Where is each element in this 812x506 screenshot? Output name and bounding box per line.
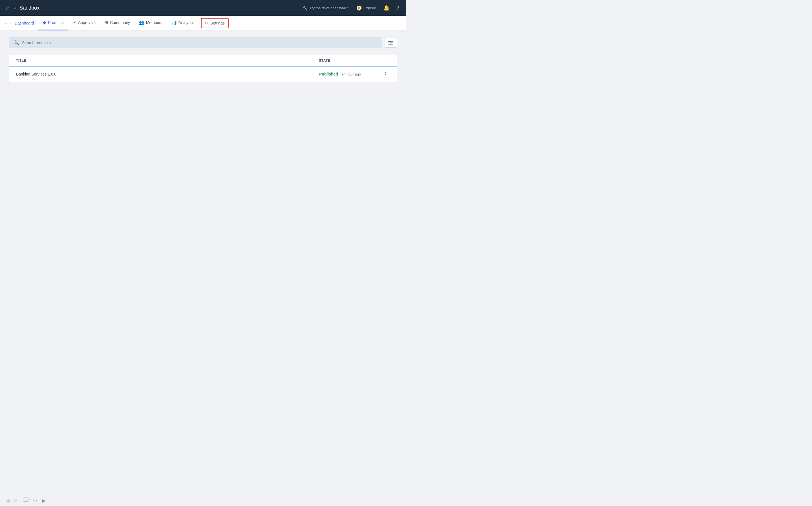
back-arrow-icon: ← (4, 21, 8, 25)
members-tab-icon: 👥 (139, 20, 144, 25)
help-icon[interactable]: ? (394, 3, 401, 13)
time-ago-label: an hour ago (342, 72, 361, 76)
members-tab-label: Members (146, 20, 162, 25)
products-tab-icon: ◆ (43, 20, 46, 25)
analytics-tab-label: Analytics (178, 20, 194, 25)
tab-navigation: ← ← Dashboard ◆ Products ✓ Approvals ⊞ C… (0, 16, 406, 30)
explore-label: Explore (364, 6, 376, 10)
main-content-area: 🔍 TITLE STATE Banking Services:1.0.0 Pub… (0, 30, 406, 242)
notifications-bell-icon[interactable]: 🔔 (381, 3, 392, 13)
toolkit-icon: 🔧 (302, 5, 308, 11)
settings-tab-label: Settings (210, 21, 225, 25)
product-title: Banking Services:1.0.0 (16, 72, 319, 76)
search-container: 🔍 (9, 37, 397, 48)
tab-members[interactable]: 👥 Members (135, 16, 167, 30)
tab-community[interactable]: ⊞ Community (100, 16, 135, 30)
home-icon[interactable]: ⌂ (4, 3, 11, 13)
search-box: 🔍 (9, 37, 382, 48)
row-more-menu-button[interactable]: ⋮ (381, 70, 390, 78)
toolkit-label: Try the developer toolkit (310, 6, 349, 10)
dashboard-label: ← Dashboard (10, 21, 34, 25)
status-badge: Published (319, 72, 338, 76)
approvals-tab-label: Approvals (78, 20, 95, 25)
community-tab-label: Community (110, 20, 130, 25)
svg-point-4 (391, 42, 392, 44)
table-header: TITLE STATE (9, 55, 397, 67)
dashboard-back-link[interactable]: ← ← Dashboard (4, 21, 37, 25)
filter-button[interactable] (385, 38, 397, 48)
column-state-header: STATE (319, 59, 381, 63)
community-tab-icon: ⊞ (104, 20, 108, 25)
svg-point-3 (389, 41, 390, 42)
search-icon: 🔍 (13, 40, 19, 46)
explore-icon: 🧭 (356, 5, 362, 11)
tab-approvals[interactable]: ✓ Approvals (68, 16, 100, 30)
tab-products[interactable]: ◆ Products (39, 16, 68, 30)
settings-tab-icon: ⚙ (205, 20, 209, 26)
row-state-area: Published an hour ago (319, 72, 381, 76)
products-table: TITLE STATE Banking Services:1.0.0 Publi… (9, 55, 397, 82)
top-navigation: ⌂ » Sandbox 🔧 Try the developer toolkit … (0, 0, 406, 16)
explore-button[interactable]: 🧭 Explore (354, 4, 379, 12)
nav-right-actions: 🔧 Try the developer toolkit 🧭 Explore 🔔 … (299, 3, 401, 13)
column-title-header: TITLE (16, 59, 319, 63)
breadcrumb-chevron: » (13, 5, 16, 10)
page-title: Sandbox (19, 5, 297, 11)
analytics-tab-icon: 📊 (171, 20, 177, 25)
tab-analytics[interactable]: 📊 Analytics (167, 16, 199, 30)
search-input[interactable] (22, 40, 378, 45)
tab-settings[interactable]: ⚙ Settings (201, 18, 229, 28)
developer-toolkit-button[interactable]: 🔧 Try the developer toolkit (299, 4, 351, 12)
svg-point-5 (390, 44, 391, 45)
table-row[interactable]: Banking Services:1.0.0 Published an hour… (9, 67, 397, 82)
approvals-tab-icon: ✓ (73, 20, 76, 25)
products-tab-label: Products (48, 20, 63, 25)
